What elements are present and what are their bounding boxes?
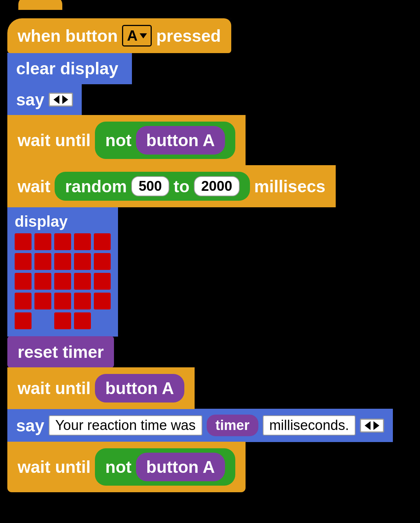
wait-until-1-block[interactable]: wait until not button A xyxy=(7,115,246,166)
wait-until-3-label: wait until xyxy=(18,457,91,477)
button-dropdown[interactable]: A xyxy=(122,25,152,47)
not-label-2: not xyxy=(105,457,132,477)
led-1-3[interactable] xyxy=(74,253,91,270)
not-label-1: not xyxy=(105,130,132,150)
wait-until-3-block[interactable]: wait until not button A xyxy=(7,442,246,492)
led-0-3[interactable] xyxy=(74,233,91,250)
led-2-2[interactable] xyxy=(54,273,71,290)
led-2-1[interactable] xyxy=(34,273,51,290)
led-1-1[interactable] xyxy=(34,253,51,270)
reset-timer-block[interactable]: reset timer xyxy=(7,336,114,368)
random-to-input[interactable]: 2000 xyxy=(194,176,240,196)
led-4-1[interactable] xyxy=(34,312,51,329)
block-stack: when button A pressed clear display say … xyxy=(7,7,393,492)
say2-arrow-btn[interactable] xyxy=(360,419,384,433)
button-a-label-2: button A xyxy=(105,378,174,398)
button-a-label-3: button A xyxy=(146,457,215,477)
hat-pressed-label: pressed xyxy=(156,26,221,46)
random-from-input[interactable]: 500 xyxy=(131,176,169,196)
say2-arrow-right-icon xyxy=(373,421,379,430)
clear-display-block[interactable]: clear display xyxy=(7,53,132,84)
led-4-4[interactable] xyxy=(94,312,111,329)
timer-pill[interactable]: timer xyxy=(207,415,258,436)
led-0-4[interactable] xyxy=(94,233,111,250)
say1-block[interactable]: say xyxy=(7,84,82,115)
led-3-1[interactable] xyxy=(34,293,51,309)
clear-display-label: clear display xyxy=(16,59,118,78)
random-label: random xyxy=(65,177,127,196)
led-2-4[interactable] xyxy=(94,273,111,290)
button-a-pill-2[interactable]: button A xyxy=(95,374,184,403)
not-button-a-green[interactable]: not button A xyxy=(95,122,235,159)
led-3-3[interactable] xyxy=(74,293,91,309)
led-3-2[interactable] xyxy=(54,293,71,309)
led-4-2[interactable] xyxy=(54,312,71,329)
to-label: to xyxy=(174,177,189,196)
led-2-0[interactable] xyxy=(15,273,32,290)
hat-block[interactable]: when button A pressed xyxy=(7,7,231,53)
led-grid xyxy=(15,233,111,329)
wait-until-1-label: wait until xyxy=(18,130,91,150)
button-a-pill-1[interactable]: button A xyxy=(136,126,225,155)
reset-timer-label: reset timer xyxy=(18,342,104,361)
wait-until-2-label: wait until xyxy=(18,378,91,398)
reaction-time-text[interactable]: Your reaction time was xyxy=(49,415,202,435)
led-0-2[interactable] xyxy=(54,233,71,250)
say1-label: say xyxy=(16,90,44,110)
hat-label: when button xyxy=(18,26,118,46)
led-1-0[interactable] xyxy=(15,253,32,270)
button-a-pill-3[interactable]: button A xyxy=(136,453,225,481)
led-2-3[interactable] xyxy=(74,273,91,290)
say2-arrow-left-icon xyxy=(365,421,371,430)
display-label: display xyxy=(15,213,111,230)
led-4-3[interactable] xyxy=(74,312,91,329)
display-block[interactable]: display xyxy=(7,207,118,337)
random-green[interactable]: random 500 to 2000 xyxy=(55,172,250,201)
wait-random-block[interactable]: wait random 500 to 2000 millisecs xyxy=(7,165,336,207)
wait-until-2-block[interactable]: wait until button A xyxy=(7,367,195,409)
say2-label: say xyxy=(16,416,44,435)
led-3-0[interactable] xyxy=(15,293,32,309)
millisecs-label: millisecs xyxy=(254,177,325,196)
say1-value[interactable] xyxy=(49,93,73,107)
arrow-right-icon xyxy=(62,95,68,104)
led-4-0[interactable] xyxy=(15,312,32,329)
led-3-4[interactable] xyxy=(94,293,111,309)
not-button-a-green-2[interactable]: not button A xyxy=(95,448,235,486)
led-1-2[interactable] xyxy=(54,253,71,270)
led-1-4[interactable] xyxy=(94,253,111,270)
wait-label: wait xyxy=(18,177,50,196)
milliseconds-text[interactable]: milliseconds. xyxy=(263,415,356,435)
dropdown-arrow-icon xyxy=(140,33,147,38)
led-0-0[interactable] xyxy=(15,233,32,250)
led-0-1[interactable] xyxy=(34,233,51,250)
say2-block[interactable]: say Your reaction time was timer millise… xyxy=(7,409,393,442)
arrow-left-icon xyxy=(54,95,59,104)
button-a-label-1: button A xyxy=(146,130,215,150)
